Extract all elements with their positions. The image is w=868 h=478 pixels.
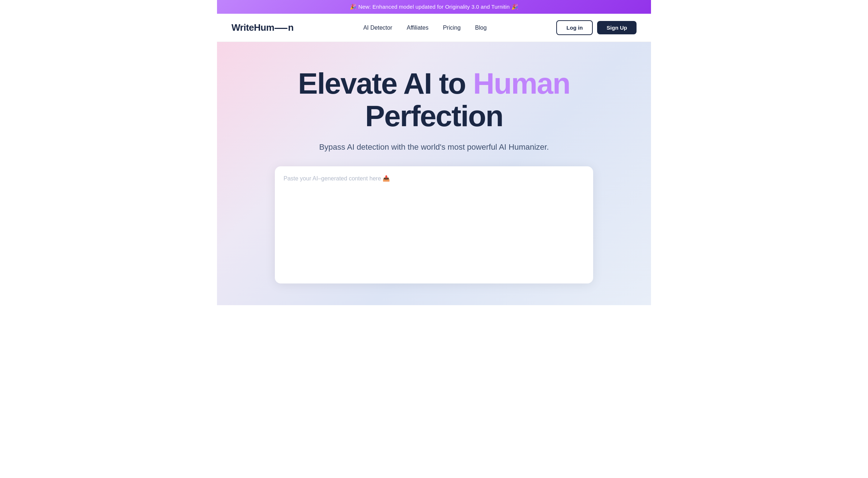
signup-button[interactable]: Sign Up bbox=[597, 21, 637, 34]
announcement-text: 🎉 New: Enhanced model updated for Origin… bbox=[350, 4, 518, 10]
announcement-banner: 🎉 New: Enhanced model updated for Origin… bbox=[217, 0, 651, 14]
login-button[interactable]: Log in bbox=[556, 20, 593, 35]
hero-title: Elevate AI to HumanPerfection bbox=[298, 67, 570, 132]
hero-title-part1: Elevate AI to bbox=[298, 67, 473, 100]
nav-ai-detector[interactable]: AI Detector bbox=[363, 25, 392, 31]
hero-section: Elevate AI to HumanPerfection Bypass AI … bbox=[217, 42, 651, 305]
nav-pricing[interactable]: Pricing bbox=[443, 25, 461, 31]
content-textarea[interactable] bbox=[282, 174, 586, 275]
hero-title-highlight: Human bbox=[473, 67, 570, 100]
logo[interactable]: WriteHumn bbox=[231, 22, 294, 33]
hero-title-perfection: Perfection bbox=[365, 99, 503, 132]
nav-actions: Log in Sign Up bbox=[556, 20, 637, 35]
nav-blog[interactable]: Blog bbox=[475, 25, 487, 31]
nav-links: AI Detector Affiliates Pricing Blog bbox=[363, 25, 486, 31]
navbar: WriteHumn AI Detector Affiliates Pricing… bbox=[217, 14, 651, 42]
textarea-card bbox=[275, 166, 593, 283]
hero-subtitle: Bypass AI detection with the world's mos… bbox=[319, 142, 549, 152]
nav-affiliates[interactable]: Affiliates bbox=[407, 25, 428, 31]
